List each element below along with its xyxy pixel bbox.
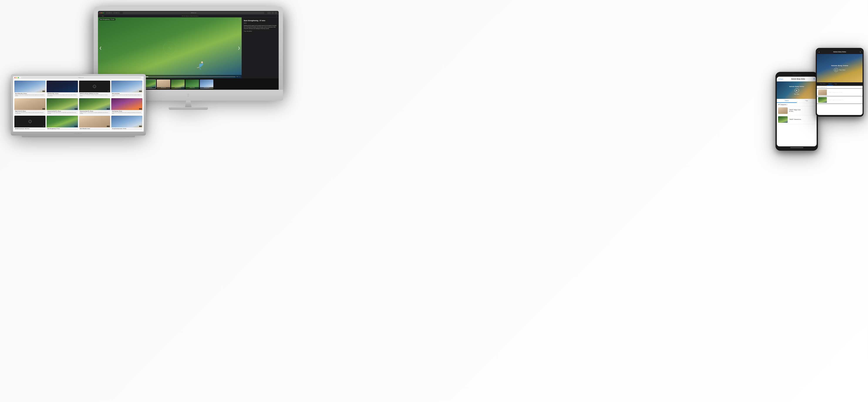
- mb-card[interactable]: 27:05 Feel good and just move - 27 mins: [111, 116, 143, 130]
- mb-card[interactable]: 30:50 Back Strengthening - 37 mins: [46, 116, 78, 130]
- iphone-video-thumb: [778, 107, 788, 114]
- ipad-video-title: **NEW** Classical mat flow PT1: [828, 99, 843, 101]
- video-time-display: 36:42: [244, 23, 277, 24]
- ipad-video-title: **NEW** Magic Circle 24 mins: [828, 92, 842, 93]
- apple-logo: : [188, 93, 189, 98]
- mb-card[interactable]: ∿09:07 Mindful Soundscapes: Dulse 9min: [14, 116, 45, 130]
- iphone-video-title: **NEW** Magic Circle24 mins: [789, 109, 801, 112]
- ipad-video-list: **NEW** Magic Circle 24 mins **NEW** Cla…: [817, 89, 863, 104]
- ipad-video-item[interactable]: **NEW** Classical mat flow PT1: [817, 96, 863, 104]
- ipad-play-button[interactable]: ▶: [834, 68, 838, 72]
- iphone-tabs: Videos Tags: [777, 99, 817, 103]
- ipad-filter-label: All Categories: [818, 87, 825, 88]
- iphone-hero-brand: Holistic Body Online: [789, 86, 804, 87]
- mb-dot-green: [18, 77, 19, 78]
- mb-card[interactable]: ∿09:23 Mindful Soundscapes: Meditative t…: [79, 81, 110, 97]
- iphone-video-thumb: [778, 116, 788, 123]
- ipad-tab-videos[interactable]: Videos: [827, 82, 833, 86]
- mb-card[interactable]: 41:04 Rise & Shine Flow - 41 mins Waking…: [14, 81, 45, 97]
- iphone-tab-tags[interactable]: Tags: [797, 99, 817, 103]
- ipad-header: ❮ Holistic Body Online ⬆: [817, 50, 863, 54]
- mb-card[interactable]: 17:54 Neck & Shoulder release: [79, 116, 110, 130]
- video-prev[interactable]: ❮: [99, 46, 102, 50]
- imac-stand: [183, 101, 194, 107]
- filmstrip-item[interactable]: Neck & Shoulder: [157, 80, 170, 89]
- video-props: Props: Mat (pillow): [244, 31, 277, 32]
- yoga-figure: [187, 60, 209, 72]
- imac-base: [169, 107, 208, 110]
- imac-video-player[interactable]: Back Strengthening - 37 mins ⛶: [98, 18, 242, 79]
- imac-share[interactable]: Share: [102, 16, 104, 17]
- imac-dot-red: [100, 12, 100, 13]
- ipad-filter[interactable]: All Categories ∨: [817, 86, 863, 89]
- mb-card[interactable]: 09:13 Neck stretch 9min The average weig…: [111, 81, 143, 97]
- mb-card[interactable]: 12:18 Heart Opening - 12 mins Feel the b…: [111, 98, 143, 115]
- iphone-screen: ❮ Back Holistic Body Online ⬆ Holistic B…: [777, 76, 817, 146]
- ipad-video-item[interactable]: **NEW** Magic Circle 24 mins: [817, 89, 863, 96]
- imac-url: hbfitness.co.uk: [191, 12, 196, 13]
- imac-breadcrumb: HB Online Members | Holistic Body Fitnes…: [182, 16, 198, 17]
- mb-card[interactable]: 34:22 Wind Down Flow - 35 mins This is a…: [46, 81, 78, 97]
- video-time: 36:42: [237, 76, 238, 77]
- iphone-video-title: **NEW** Classical ma...: [789, 119, 802, 120]
- iphone-play-button[interactable]: ▶: [795, 88, 799, 93]
- iphone-video-list: **NEW** Magic Circle24 mins **NEW** Clas…: [777, 106, 817, 124]
- ipad-tabs: Play Video Videos Tags: [817, 82, 863, 86]
- video-fullscreen[interactable]: ⛶: [239, 19, 240, 20]
- ipad-filter-arrow: ∨: [826, 87, 827, 88]
- macbook-screen: hbfitness.co.uk 41:04 Rise & Shine Flow …: [13, 76, 144, 131]
- ipad-tab-tags[interactable]: Tags: [833, 82, 838, 86]
- mb-content: 41:04 Rise & Shine Flow - 41 mins Waking…: [13, 79, 144, 131]
- macbook-device: hbfitness.co.uk 41:04 Rise & Shine Flow …: [11, 74, 146, 137]
- iphone-filter-arrow: ∨: [786, 104, 787, 105]
- mb-url-bar[interactable]: hbfitness.co.uk: [21, 77, 141, 79]
- filmstrip-item[interactable]: Total body workout: [200, 80, 213, 89]
- mb-chrome: hbfitness.co.uk: [13, 76, 144, 79]
- iphone-filter[interactable]: All Categories ∨: [777, 103, 817, 106]
- ipad-video-thumb: [818, 90, 827, 95]
- iphone-hero: Holistic Body Online ▶ Play Video: [777, 82, 817, 99]
- iphone-home-bar: [790, 147, 803, 148]
- iphone-app-title: Holistic Body Online: [791, 78, 805, 80]
- ipad-title: Holistic Body Online: [833, 51, 846, 53]
- mb-brand-label: MacBook: [75, 133, 82, 134]
- mb-card[interactable]: 18:11 Classical mat flow PT1 - 18 mins W…: [46, 98, 78, 115]
- iphone-video-item[interactable]: **NEW** Magic Circle24 mins: [777, 106, 817, 115]
- ipad-tab-play[interactable]: Play Video: [818, 82, 827, 86]
- iphone-back-btn[interactable]: ❮ Back: [778, 78, 783, 80]
- ipad-video-area[interactable]: Holistic Body Online ▶ Play Video: [817, 54, 863, 82]
- iphone-header: ❮ Back Holistic Body Online ⬆: [777, 76, 817, 82]
- filmstrip-item[interactable]: Twisting mat flow: [185, 80, 199, 89]
- ipad-video-brand: Holistic Body Online: [831, 65, 848, 67]
- mb-dot-red: [14, 77, 16, 78]
- mb-video-grid: 41:04 Rise & Shine Flow - 41 mins Waking…: [14, 81, 143, 130]
- iphone-device: ❮ Back Holistic Body Online ⬆ Holistic B…: [775, 72, 818, 151]
- imac-dot-green: [103, 12, 104, 13]
- iphone-share-btn[interactable]: ⬆: [813, 78, 815, 80]
- video-player-title: Back Strengthening - 37 mins: [99, 18, 115, 21]
- ipad-device: ❮ Holistic Body Online ⬆ Holistic Body O…: [816, 48, 864, 117]
- video-description: Building postural support and increased …: [244, 25, 277, 29]
- mb-card[interactable]: 24:17 Magic Circle 2.0 - 24 mins The mag…: [14, 98, 45, 115]
- video-title: Back Strengthening - 37 mins: [244, 20, 277, 22]
- video-next[interactable]: ❯: [238, 46, 240, 50]
- iphone-video-item[interactable]: **NEW** Classical ma...: [777, 115, 817, 124]
- ipad-video-thumb: [818, 97, 827, 103]
- iphone-speaker: [793, 74, 801, 75]
- ipad-share[interactable]: ⬆: [860, 51, 861, 53]
- mb-keyboard: MacBook: [11, 131, 146, 135]
- ipad-screen: ❮ Holistic Body Online ⬆ Holistic Body O…: [817, 50, 863, 115]
- mb-card[interactable]: 17:34 Classical mat flow PT2 - 18 mins F…: [79, 98, 110, 115]
- iphone-tab-videos[interactable]: Videos: [777, 99, 797, 103]
- imac-video-info: Back Strengthening - 37 mins 36:42 Build…: [242, 18, 279, 79]
- mb-dot-yellow: [16, 77, 17, 78]
- iphone-play-label: Play Video: [794, 93, 799, 95]
- ipad-back[interactable]: ❮: [818, 51, 820, 53]
- fullscreen-btn[interactable]: ⛶: [239, 76, 240, 77]
- imac-dot-yellow: [101, 12, 102, 13]
- ipad-play-label: Play Video: [839, 69, 845, 70]
- filmstrip-item[interactable]: Feel good and move: [171, 80, 185, 89]
- svg-point-1: [201, 61, 203, 63]
- scene: ◀ ▶ hbfitness.co.uk ⊡ Share HB Online Me…: [0, 0, 868, 402]
- mb-trackpad: [22, 135, 135, 137]
